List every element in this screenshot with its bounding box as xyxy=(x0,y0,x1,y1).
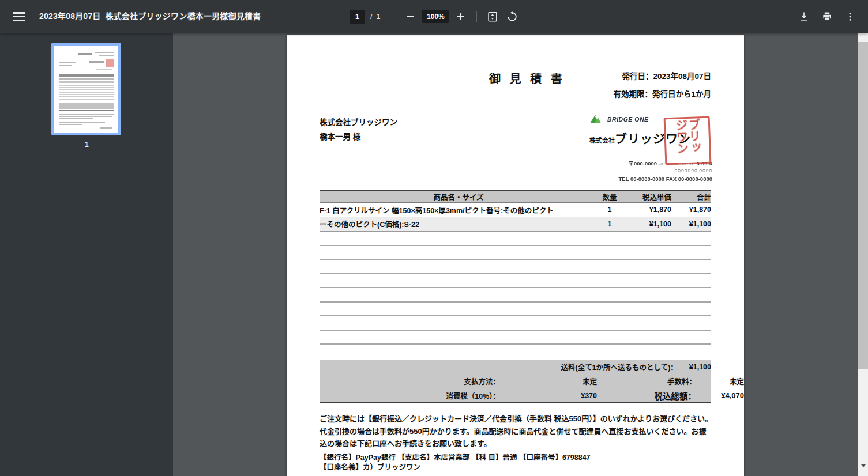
empty-row xyxy=(320,288,711,303)
minus-icon xyxy=(405,12,415,21)
totals-box: 送料(全て1か所へ送るものとして)： ¥1,100 支払方法： 未定 手数料： … xyxy=(320,360,711,403)
bank-info: 【銀行名】PayPay銀行 【支店名】本店営業部 【科 目】普通 【口座番号】6… xyxy=(320,453,712,473)
page-count-label: 1 xyxy=(376,13,380,21)
header-product: 商品名・サイズ xyxy=(320,191,598,202)
page-separator: / xyxy=(370,13,372,21)
table-row: ーその他のピクト(C価格):S-22 1 ¥1,100 ¥1,100 xyxy=(320,217,711,232)
toolbar-right-actions xyxy=(794,0,860,33)
header-quantity: 数量 xyxy=(598,191,622,202)
validity-period: 有効期限：発行日から1か月 xyxy=(613,88,711,99)
scroll-down-icon xyxy=(861,464,866,476)
scrollbar-thumb[interactable] xyxy=(858,42,868,369)
download-icon xyxy=(798,11,810,22)
more-options-button[interactable] xyxy=(840,7,860,27)
page-zoom-controls: / 1 100% xyxy=(350,0,522,33)
rotate-button[interactable] xyxy=(502,7,522,27)
vendor-logo-row: BRIDGE ONE xyxy=(589,114,649,124)
zoom-in-button[interactable] xyxy=(451,7,471,27)
recipient-company: 株式会社ブリッジワン xyxy=(320,116,397,127)
grand-total-value: ¥4,070 xyxy=(696,391,744,400)
pdf-page: 御 見 積 書 発行日：2023年08月07日 有効期限：発行日から1か月 株式… xyxy=(287,35,744,476)
plus-icon xyxy=(456,12,465,21)
thumbnail-panel: 1 xyxy=(0,33,173,476)
more-options-icon xyxy=(845,12,855,22)
issue-date: 発行日：2023年08月07日 xyxy=(622,70,711,81)
recipient-name: 橋本一男 様 xyxy=(320,130,360,142)
menu-button[interactable] xyxy=(13,10,27,22)
download-button[interactable] xyxy=(794,7,814,27)
rotate-icon xyxy=(506,10,518,23)
vendor-address-line: TEL 00-0000-0000 FAX 00-0000-0000 xyxy=(619,176,713,182)
items-table: 商品名・サイズ 数量 税込単価 合計 F-1 白アクリルサイン 幅150×高15… xyxy=(320,190,711,345)
hamburger-icon xyxy=(13,12,25,14)
empty-row xyxy=(320,232,711,246)
zoom-level: 100% xyxy=(422,10,449,23)
grand-total-label: 税込総額： xyxy=(597,390,696,402)
payment-notes: ご注文時には【銀行振込／クレジットカード決済／代金引換（手数料 税込550円）】… xyxy=(320,413,712,450)
table-header-row: 商品名・サイズ 数量 税込単価 合計 xyxy=(320,190,711,203)
empty-row xyxy=(320,260,711,274)
empty-row xyxy=(320,303,711,317)
payment-fee-row: 支払方法： 未定 手数料： 未定 xyxy=(320,374,711,388)
estimate-title: 御 見 積 書 xyxy=(489,70,565,86)
vendor-logo-icon xyxy=(589,114,604,124)
page-thumbnail[interactable] xyxy=(51,43,121,135)
fit-page-button[interactable] xyxy=(483,7,502,27)
vendor-block: BRIDGE ONE 株式会社ブリッジワン ブリッジワン 〒000-0000 ○… xyxy=(588,113,712,188)
bank-info-line1: 【銀行名】PayPay銀行 【支店名】本店営業部 【科 目】普通 【口座番号】6… xyxy=(320,453,712,463)
vendor-seal-stamp: ブリッジワン xyxy=(664,116,712,165)
vertical-scrollbar xyxy=(858,33,868,476)
vendor-address-line: ○○○○○○○ ○○○○ xyxy=(674,167,712,173)
empty-row xyxy=(320,331,711,345)
pdf-toolbar: 2023年08月07日_株式会社ブリッジワン橋本一男様御見積書 / 1 100% xyxy=(0,0,868,33)
viewer-content-area: 御 見 積 書 発行日：2023年08月07日 有効期限：発行日から1か月 株式… xyxy=(173,33,858,476)
header-total: 合計 xyxy=(674,191,711,202)
tax-total-row: 消費税（10%）： ¥370 税込総額： ¥4,070 xyxy=(320,388,711,403)
zoom-out-button[interactable] xyxy=(400,7,420,27)
print-button[interactable] xyxy=(817,7,837,27)
toolbar-divider xyxy=(476,11,477,22)
scroll-up-button[interactable] xyxy=(858,33,868,42)
page-number-input[interactable] xyxy=(350,10,365,24)
thumbnail-preview xyxy=(54,46,118,133)
shipping-row: 送料(全て1か所へ送るものとして)： ¥1,100 xyxy=(320,360,711,374)
thumbnail-page-number: 1 xyxy=(0,140,173,149)
empty-row xyxy=(320,316,711,331)
empty-row xyxy=(320,274,711,289)
print-icon xyxy=(821,11,833,22)
toolbar-divider xyxy=(394,11,394,22)
vendor-logo-text: BRIDGE ONE xyxy=(607,116,649,123)
header-unit-price: 税込単価 xyxy=(622,191,674,202)
document-title: 2023年08月07日_株式会社ブリッジワン橋本一男様御見積書 xyxy=(39,0,261,33)
scroll-down-button[interactable] xyxy=(858,467,868,476)
fit-page-icon xyxy=(486,10,499,23)
bank-info-line2: 【口座名義】カ）ブリッジワン xyxy=(320,463,712,473)
empty-row xyxy=(320,246,711,260)
table-row: F-1 白アクリルサイン 幅150×高150×厚3mm/ピクト番号:その他のピク… xyxy=(320,203,711,217)
